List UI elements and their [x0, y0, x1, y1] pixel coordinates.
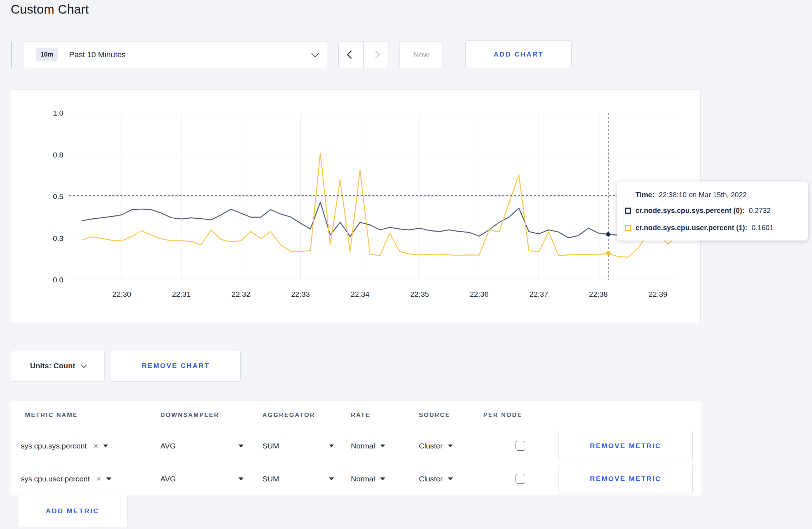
table-row: sys.cpu.sys.percent × AVG SUM Normal Clu…	[11, 429, 701, 462]
metric-name-select[interactable]: sys.cpu.sys.percent ×	[21, 429, 146, 462]
tooltip-time-value: 22:38:10 on Mar 15th, 2022	[659, 191, 747, 199]
tooltip-series-value: 0.2732	[749, 207, 771, 215]
downsampler-value: AVG	[160, 442, 176, 450]
chevron-left-icon	[347, 50, 355, 59]
svg-text:22:38: 22:38	[589, 290, 608, 298]
column-header-aggregator: AGGREGATOR	[262, 412, 315, 419]
remove-chart-button[interactable]: REMOVE CHART	[111, 350, 241, 382]
svg-text:22:37: 22:37	[530, 290, 548, 298]
toolbar-left-divider	[11, 42, 12, 68]
svg-text:22:34: 22:34	[351, 290, 369, 298]
timescale-select[interactable]: 10m Past 10 Minutes	[24, 41, 328, 68]
downsampler-value: AVG	[160, 475, 176, 483]
aggregator-value: SUM	[262, 475, 279, 483]
rate-select[interactable]: Normal	[351, 462, 401, 495]
step-forward-button[interactable]	[363, 42, 388, 68]
column-header-source: SOURCE	[419, 412, 450, 419]
column-header-rate: RATE	[351, 412, 371, 419]
add-metric-button[interactable]: ADD METRIC	[18, 495, 127, 527]
aggregator-select[interactable]: SUM	[262, 462, 334, 495]
metric-name-select[interactable]: sys.cpu.user.percent ×	[21, 462, 146, 495]
column-header-per-node: PER NODE	[483, 412, 522, 419]
metric-name-value: sys.cpu.sys.percent	[21, 442, 87, 450]
remove-metric-button[interactable]: REMOVE METRIC	[559, 464, 693, 494]
sys-series-swatch-icon	[625, 208, 631, 214]
caret-down-icon	[380, 445, 385, 447]
custom-chart-page: { "page": { "title": "Custom Chart" }, "…	[0, 0, 812, 529]
user-series-swatch-icon	[625, 225, 631, 231]
now-button[interactable]: Now	[399, 41, 443, 68]
caret-down-icon	[329, 445, 334, 447]
caret-down-icon	[329, 477, 334, 480]
svg-text:0.8: 0.8	[53, 151, 63, 159]
caret-down-icon	[448, 477, 453, 480]
chevron-down-icon	[81, 362, 87, 368]
caret-down-icon	[103, 445, 108, 447]
chart-tooltip: Time: 22:38:10 on Mar 15th, 2022 cr.node…	[617, 181, 808, 241]
clear-icon[interactable]: ×	[93, 442, 98, 450]
per-node-checkbox[interactable]	[516, 474, 525, 484]
units-select[interactable]: Units: Count	[11, 350, 105, 382]
rate-value: Normal	[351, 442, 375, 450]
rate-value: Normal	[351, 475, 375, 483]
step-back-button[interactable]	[339, 42, 363, 68]
tooltip-series-row: cr.node.sys.cpu.user.percent (1): 0.1601	[625, 219, 801, 236]
svg-text:0.5: 0.5	[53, 192, 63, 200]
remove-metric-button[interactable]: REMOVE METRIC	[559, 431, 693, 461]
svg-text:22:32: 22:32	[232, 290, 251, 298]
caret-down-icon	[238, 445, 243, 447]
page-title: Custom Chart	[11, 2, 89, 16]
svg-text:22:33: 22:33	[291, 290, 310, 298]
tooltip-time-label: Time:	[635, 191, 654, 199]
aggregator-select[interactable]: SUM	[262, 429, 334, 462]
column-header-metric-name: METRIC NAME	[25, 412, 78, 419]
aggregator-value: SUM	[262, 442, 279, 450]
svg-text:0.3: 0.3	[53, 234, 63, 242]
table-row: sys.cpu.user.percent × AVG SUM Normal Cl…	[11, 462, 701, 495]
chart-card: 0.00.30.50.81.022:3022:3122:3222:3322:34…	[11, 89, 701, 324]
svg-text:22:31: 22:31	[172, 290, 191, 298]
downsampler-select[interactable]: AVG	[160, 429, 243, 462]
tooltip-time-row: Time: 22:38:10 on Mar 15th, 2022	[635, 188, 801, 202]
tooltip-series-label: cr.node.sys.cpu.user.percent (1):	[635, 224, 747, 232]
clear-icon[interactable]: ×	[96, 475, 101, 483]
caret-down-icon	[238, 477, 243, 480]
time-step-buttons	[338, 41, 388, 68]
source-select[interactable]: Cluster	[419, 462, 469, 495]
svg-text:22:30: 22:30	[112, 290, 131, 298]
svg-text:22:36: 22:36	[470, 290, 489, 298]
units-label: Units: Count	[30, 361, 75, 370]
column-header-downsampler: DOWNSAMPLER	[160, 412, 219, 419]
svg-text:22:39: 22:39	[648, 290, 667, 298]
chart-svg[interactable]: 0.00.30.50.81.022:3022:3122:3222:3322:34…	[11, 90, 700, 324]
tooltip-series-label: cr.node.sys.cpu.sys.percent (0):	[635, 207, 745, 215]
per-node-checkbox[interactable]	[516, 441, 525, 451]
metrics-table: METRIC NAME DOWNSAMPLER AGGREGATOR RATE …	[11, 401, 701, 495]
rate-select[interactable]: Normal	[351, 429, 401, 462]
timescale-label: Past 10 Minutes	[69, 50, 126, 59]
metric-name-value: sys.cpu.user.percent	[21, 475, 90, 483]
downsampler-select[interactable]: AVG	[160, 462, 243, 495]
tooltip-series-row: cr.node.sys.cpu.sys.percent (0): 0.2732	[625, 202, 801, 219]
caret-down-icon	[380, 477, 385, 480]
add-chart-button[interactable]: ADD CHART	[465, 40, 572, 68]
source-select[interactable]: Cluster	[419, 429, 469, 462]
svg-text:22:35: 22:35	[410, 290, 429, 298]
source-value: Cluster	[419, 442, 443, 450]
svg-text:0.0: 0.0	[53, 276, 63, 284]
svg-text:1.0: 1.0	[53, 109, 63, 117]
caret-down-icon	[448, 445, 453, 447]
source-value: Cluster	[419, 475, 443, 483]
tooltip-series-value: 0.1601	[751, 224, 773, 232]
chevron-right-icon	[372, 50, 380, 59]
caret-down-icon	[106, 477, 111, 480]
chevron-down-icon	[311, 50, 319, 57]
timescale-badge: 10m	[36, 48, 58, 61]
